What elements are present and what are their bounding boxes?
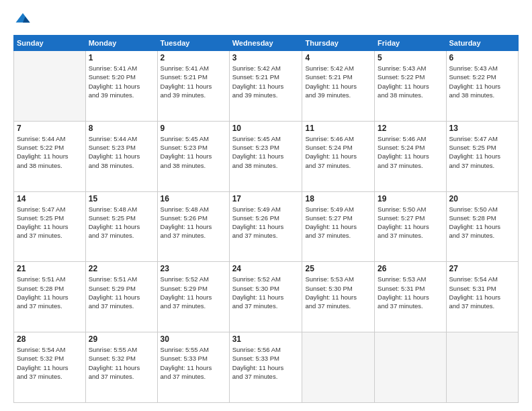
day-info: Sunrise: 5:55 AMSunset: 5:32 PMDaylight:… <box>89 345 154 381</box>
day-number: 18 <box>305 194 371 203</box>
day-info: Sunrise: 5:47 AMSunset: 5:25 PMDaylight:… <box>449 134 515 170</box>
day-number: 6 <box>449 53 515 62</box>
day-number: 21 <box>17 264 83 273</box>
week-row-1: 1Sunrise: 5:41 AMSunset: 5:20 PMDaylight… <box>14 51 519 122</box>
day-number: 26 <box>378 264 443 273</box>
day-info: Sunrise: 5:41 AMSunset: 5:20 PMDaylight:… <box>89 64 154 99</box>
day-number: 9 <box>161 124 226 133</box>
day-number: 20 <box>449 194 515 203</box>
day-number: 29 <box>89 334 154 344</box>
day-cell: 13Sunrise: 5:47 AMSunset: 5:25 PMDayligh… <box>446 121 518 191</box>
day-cell: 10Sunrise: 5:45 AMSunset: 5:23 PMDayligh… <box>229 121 302 191</box>
day-number: 31 <box>232 334 300 344</box>
header <box>13 11 519 30</box>
day-info: Sunrise: 5:51 AMSunset: 5:29 PMDaylight:… <box>89 275 154 310</box>
day-info: Sunrise: 5:52 AMSunset: 5:30 PMDaylight:… <box>232 275 300 310</box>
day-number: 13 <box>449 124 515 133</box>
day-info: Sunrise: 5:51 AMSunset: 5:28 PMDaylight:… <box>17 275 83 310</box>
day-number: 23 <box>161 264 226 273</box>
week-row-4: 21Sunrise: 5:51 AMSunset: 5:28 PMDayligh… <box>14 262 519 332</box>
day-cell: 23Sunrise: 5:52 AMSunset: 5:29 PMDayligh… <box>157 262 229 332</box>
day-cell: 1Sunrise: 5:41 AMSunset: 5:20 PMDaylight… <box>85 51 157 122</box>
day-info: Sunrise: 5:54 AMSunset: 5:32 PMDaylight:… <box>17 345 83 381</box>
logo <box>13 11 35 30</box>
day-info: Sunrise: 5:50 AMSunset: 5:27 PMDaylight:… <box>378 205 443 240</box>
day-info: Sunrise: 5:50 AMSunset: 5:28 PMDaylight:… <box>449 205 515 240</box>
col-header-saturday: Saturday <box>446 36 518 51</box>
day-info: Sunrise: 5:55 AMSunset: 5:33 PMDaylight:… <box>161 345 226 381</box>
day-cell: 14Sunrise: 5:47 AMSunset: 5:25 PMDayligh… <box>14 191 86 262</box>
day-number: 14 <box>17 194 83 203</box>
day-cell: 16Sunrise: 5:48 AMSunset: 5:26 PMDayligh… <box>157 191 229 262</box>
day-info: Sunrise: 5:49 AMSunset: 5:27 PMDaylight:… <box>305 205 371 240</box>
day-number: 19 <box>378 194 443 203</box>
day-cell <box>14 51 86 122</box>
day-cell: 4Sunrise: 5:42 AMSunset: 5:21 PMDaylight… <box>302 51 375 122</box>
day-cell: 25Sunrise: 5:53 AMSunset: 5:30 PMDayligh… <box>302 262 375 332</box>
day-number: 17 <box>232 194 300 203</box>
day-cell: 30Sunrise: 5:55 AMSunset: 5:33 PMDayligh… <box>157 332 229 403</box>
day-info: Sunrise: 5:43 AMSunset: 5:22 PMDaylight:… <box>378 64 443 99</box>
day-cell: 5Sunrise: 5:43 AMSunset: 5:22 PMDaylight… <box>375 51 446 122</box>
day-info: Sunrise: 5:53 AMSunset: 5:30 PMDaylight:… <box>305 275 371 310</box>
col-header-monday: Monday <box>85 36 157 51</box>
day-number: 2 <box>161 53 226 62</box>
day-info: Sunrise: 5:53 AMSunset: 5:31 PMDaylight:… <box>378 275 443 310</box>
day-cell: 15Sunrise: 5:48 AMSunset: 5:25 PMDayligh… <box>85 191 157 262</box>
day-cell: 9Sunrise: 5:45 AMSunset: 5:23 PMDaylight… <box>157 121 229 191</box>
day-info: Sunrise: 5:47 AMSunset: 5:25 PMDaylight:… <box>17 205 83 240</box>
col-header-friday: Friday <box>375 36 446 51</box>
day-cell <box>302 332 375 403</box>
day-number: 27 <box>449 264 515 273</box>
day-cell: 28Sunrise: 5:54 AMSunset: 5:32 PMDayligh… <box>14 332 86 403</box>
day-info: Sunrise: 5:46 AMSunset: 5:24 PMDaylight:… <box>305 134 371 170</box>
day-number: 24 <box>232 264 300 273</box>
page: SundayMondayTuesdayWednesdayThursdayFrid… <box>0 0 532 411</box>
day-cell: 20Sunrise: 5:50 AMSunset: 5:28 PMDayligh… <box>446 191 518 262</box>
day-number: 11 <box>305 124 371 133</box>
day-cell: 12Sunrise: 5:46 AMSunset: 5:24 PMDayligh… <box>375 121 446 191</box>
day-cell: 21Sunrise: 5:51 AMSunset: 5:28 PMDayligh… <box>14 262 86 332</box>
day-cell <box>375 332 446 403</box>
day-info: Sunrise: 5:44 AMSunset: 5:23 PMDaylight:… <box>89 134 154 170</box>
day-info: Sunrise: 5:48 AMSunset: 5:25 PMDaylight:… <box>89 205 154 240</box>
day-cell: 17Sunrise: 5:49 AMSunset: 5:26 PMDayligh… <box>229 191 302 262</box>
day-number: 15 <box>89 194 154 203</box>
day-info: Sunrise: 5:45 AMSunset: 5:23 PMDaylight:… <box>232 134 300 170</box>
day-cell: 22Sunrise: 5:51 AMSunset: 5:29 PMDayligh… <box>85 262 157 332</box>
day-cell: 24Sunrise: 5:52 AMSunset: 5:30 PMDayligh… <box>229 262 302 332</box>
col-header-wednesday: Wednesday <box>229 36 302 51</box>
day-cell: 3Sunrise: 5:42 AMSunset: 5:21 PMDaylight… <box>229 51 302 122</box>
week-row-2: 7Sunrise: 5:44 AMSunset: 5:22 PMDaylight… <box>14 121 519 191</box>
day-number: 16 <box>161 194 226 203</box>
day-cell: 8Sunrise: 5:44 AMSunset: 5:23 PMDaylight… <box>85 121 157 191</box>
day-info: Sunrise: 5:45 AMSunset: 5:23 PMDaylight:… <box>161 134 226 170</box>
day-cell: 11Sunrise: 5:46 AMSunset: 5:24 PMDayligh… <box>302 121 375 191</box>
day-cell: 31Sunrise: 5:56 AMSunset: 5:33 PMDayligh… <box>229 332 302 403</box>
day-info: Sunrise: 5:43 AMSunset: 5:22 PMDaylight:… <box>449 64 515 99</box>
day-number: 28 <box>17 334 83 344</box>
day-cell <box>446 332 518 403</box>
day-info: Sunrise: 5:49 AMSunset: 5:26 PMDaylight:… <box>232 205 300 240</box>
col-header-tuesday: Tuesday <box>157 36 229 51</box>
header-row: SundayMondayTuesdayWednesdayThursdayFrid… <box>14 36 519 51</box>
day-number: 22 <box>89 264 154 273</box>
day-cell: 2Sunrise: 5:41 AMSunset: 5:21 PMDaylight… <box>157 51 229 122</box>
day-info: Sunrise: 5:56 AMSunset: 5:33 PMDaylight:… <box>232 345 300 381</box>
day-info: Sunrise: 5:42 AMSunset: 5:21 PMDaylight:… <box>232 64 300 99</box>
day-number: 8 <box>89 124 154 133</box>
day-number: 1 <box>89 53 154 62</box>
day-number: 12 <box>378 124 443 133</box>
col-header-thursday: Thursday <box>302 36 375 51</box>
day-cell: 29Sunrise: 5:55 AMSunset: 5:32 PMDayligh… <box>85 332 157 403</box>
col-header-sunday: Sunday <box>14 36 86 51</box>
calendar-table: SundayMondayTuesdayWednesdayThursdayFrid… <box>13 35 519 403</box>
week-row-3: 14Sunrise: 5:47 AMSunset: 5:25 PMDayligh… <box>14 191 519 262</box>
day-info: Sunrise: 5:42 AMSunset: 5:21 PMDaylight:… <box>305 64 371 99</box>
week-row-5: 28Sunrise: 5:54 AMSunset: 5:32 PMDayligh… <box>14 332 519 403</box>
day-number: 7 <box>17 124 83 133</box>
day-number: 3 <box>232 53 300 62</box>
day-cell: 6Sunrise: 5:43 AMSunset: 5:22 PMDaylight… <box>446 51 518 122</box>
day-cell: 18Sunrise: 5:49 AMSunset: 5:27 PMDayligh… <box>302 191 375 262</box>
day-info: Sunrise: 5:46 AMSunset: 5:24 PMDaylight:… <box>378 134 443 170</box>
